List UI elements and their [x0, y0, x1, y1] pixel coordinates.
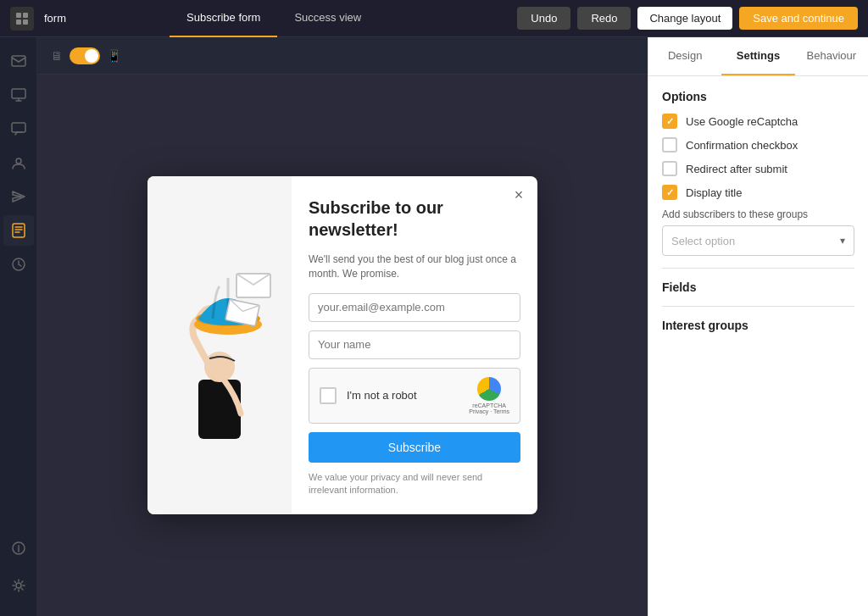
svg-rect-5: [12, 89, 25, 98]
tab-success-view[interactable]: Success view: [277, 0, 378, 37]
recaptcha-label: Use Google reCaptcha: [686, 115, 798, 128]
svg-rect-0: [16, 13, 21, 18]
sidebar: [0, 37, 37, 616]
captcha-brand: reCAPTCHA: [472, 402, 506, 408]
svg-rect-3: [23, 19, 28, 25]
topbar-actions: Undo Redo Change layout Save and continu…: [507, 7, 868, 30]
captcha-logo: reCAPTCHA Privacy · Terms: [469, 377, 509, 414]
divider-1: [662, 268, 854, 269]
email-input[interactable]: [309, 293, 520, 322]
checkbox-display-title[interactable]: ✓ Display title: [662, 185, 854, 200]
sidebar-icon-contacts[interactable]: [3, 147, 34, 178]
svg-rect-8: [13, 224, 25, 237]
desktop-icon[interactable]: 🖥: [51, 49, 63, 63]
redirect-checkbox[interactable]: [662, 161, 677, 176]
form-modal-title: Subscribe to our newsletter!: [309, 197, 520, 241]
fields-section: Fields: [662, 280, 854, 294]
svg-point-11: [16, 583, 21, 588]
dropdown-arrow-icon: ▾: [840, 235, 845, 247]
confirmation-label: Confirmation checkbox: [686, 139, 798, 152]
svg-rect-4: [12, 56, 25, 66]
canvas-area: 🖥 📱 ×: [37, 37, 648, 616]
sidebar-icon-send[interactable]: [3, 181, 34, 212]
device-toggle: 🖥 📱: [51, 47, 121, 64]
interest-section: Interest groups: [662, 319, 854, 332]
svg-rect-12: [198, 380, 241, 439]
device-toggle-switch[interactable]: [70, 47, 100, 64]
select-placeholder: Select option: [671, 235, 735, 247]
right-panel: Design Settings Behaviour Options ✓ Use …: [648, 37, 868, 616]
main-layout: 🖥 📱 ×: [0, 37, 868, 616]
captcha-links: Privacy · Terms: [469, 408, 509, 414]
recaptcha-circle: [477, 377, 501, 401]
topbar: form Subscribe form Success view Undo Re…: [0, 0, 868, 37]
form-modal: ×: [147, 176, 537, 513]
sidebar-icon-chat[interactable]: [3, 114, 34, 144]
checkbox-redirect[interactable]: Redirect after submit: [662, 161, 854, 176]
topbar-tabs: Subscribe form Success view: [170, 0, 507, 37]
svg-rect-6: [12, 123, 25, 132]
panel-tabs: Design Settings Behaviour: [648, 37, 868, 76]
name-input[interactable]: [309, 330, 520, 359]
checkbox-confirmation[interactable]: Confirmation checkbox: [662, 137, 854, 153]
interest-title: Interest groups: [662, 319, 854, 332]
check-icon-2: ✓: [666, 187, 674, 198]
captcha-label: I'm not a robot: [347, 389, 459, 402]
svg-rect-1: [23, 13, 28, 18]
redo-button[interactable]: Redo: [577, 7, 631, 30]
captcha-widget: I'm not a robot reCAPTCHA Privacy · Term…: [309, 368, 520, 424]
change-layout-button[interactable]: Change layout: [637, 7, 732, 30]
form-illustration: [147, 176, 292, 513]
subscribe-button[interactable]: Subscribe: [309, 432, 520, 463]
checkbox-recaptcha[interactable]: ✓ Use Google reCaptcha: [662, 114, 854, 129]
redirect-label: Redirect after submit: [686, 163, 787, 175]
confirmation-checkbox[interactable]: [662, 137, 677, 153]
privacy-text: We value your privacy and will never sen…: [309, 471, 520, 497]
group-label: Add subscribers to these groups: [662, 208, 854, 220]
sidebar-icon-email[interactable]: [3, 46, 34, 76]
form-modal-subtitle: We'll send you the best of our blog just…: [309, 253, 520, 281]
tab-behaviour[interactable]: Behaviour: [795, 37, 868, 75]
tab-settings[interactable]: Settings: [721, 37, 794, 75]
fields-title: Fields: [662, 280, 854, 294]
check-icon: ✓: [666, 116, 674, 127]
panel-content: Options ✓ Use Google reCaptcha Confirmat…: [648, 76, 868, 616]
topbar-left: form: [0, 7, 170, 31]
sidebar-icon-settings[interactable]: [3, 570, 34, 601]
mobile-icon[interactable]: 📱: [107, 49, 121, 63]
svg-point-7: [16, 158, 21, 164]
undo-button[interactable]: Undo: [517, 7, 570, 30]
canvas-content: ×: [37, 75, 648, 616]
divider-2: [662, 306, 854, 307]
modal-close-button[interactable]: ×: [509, 185, 529, 205]
canvas-toolbar: 🖥 📱: [37, 37, 648, 75]
form-modal-content: Subscribe to our newsletter! We'll send …: [292, 176, 537, 513]
sidebar-icon-info[interactable]: [3, 533, 34, 563]
recaptcha-checkbox[interactable]: ✓: [662, 114, 677, 129]
svg-rect-2: [16, 19, 21, 25]
group-select[interactable]: Select option ▾: [662, 225, 854, 256]
captcha-checkbox[interactable]: [320, 387, 337, 404]
sidebar-icon-automation[interactable]: [3, 249, 34, 280]
display-title-label: Display title: [686, 186, 742, 199]
app-logo: [10, 7, 34, 31]
sidebar-icon-forms[interactable]: [3, 215, 34, 246]
options-title: Options: [662, 90, 854, 103]
save-continue-button[interactable]: Save and continue: [739, 7, 858, 30]
tab-subscribe-form[interactable]: Subscribe form: [170, 0, 277, 37]
form-name: form: [44, 12, 66, 25]
sidebar-icon-monitor[interactable]: [3, 80, 34, 110]
tab-design[interactable]: Design: [648, 37, 721, 75]
display-title-checkbox[interactable]: ✓: [662, 185, 677, 200]
